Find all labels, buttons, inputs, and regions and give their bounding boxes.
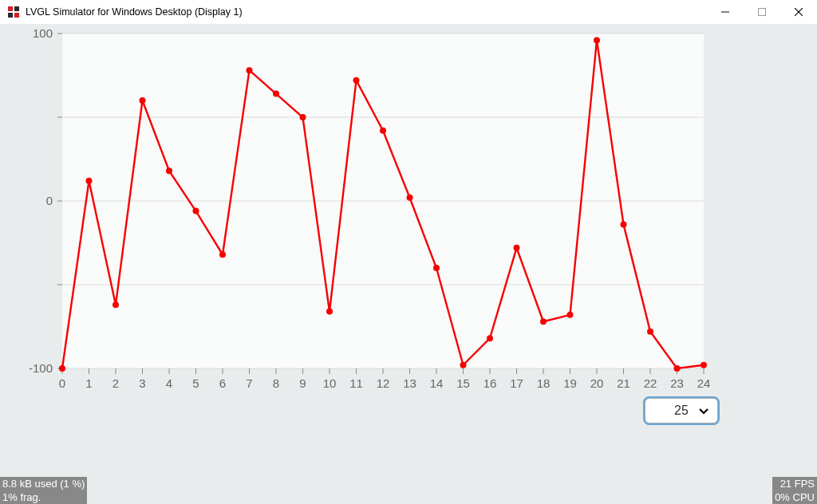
chart-point (273, 91, 279, 97)
svg-text:-100: -100 (29, 361, 53, 375)
svg-text:4: 4 (166, 376, 172, 390)
line-chart: 1000-100 0123456789101112131415161718192… (0, 24, 817, 504)
svg-text:8: 8 (273, 376, 279, 390)
chart-point (407, 195, 413, 201)
chart-point (219, 251, 226, 258)
app-icon (7, 6, 20, 18)
status-performance: 21 FPS 0% CPU (772, 477, 817, 504)
point-count-dropdown[interactable]: 25 (645, 398, 718, 423)
svg-text:17: 17 (510, 376, 523, 390)
svg-text:5: 5 (192, 376, 199, 390)
svg-rect-4 (14, 13, 19, 18)
svg-text:12: 12 (377, 376, 390, 390)
window-title: LVGL Simulator for Windows Desktop (Disp… (26, 6, 243, 18)
chart-point (140, 97, 146, 104)
chart-point (487, 335, 493, 341)
svg-text:21: 21 (617, 376, 630, 390)
svg-text:3: 3 (139, 376, 145, 390)
status-mem-line1: 8.8 kB used (1 %) (2, 477, 85, 490)
svg-text:16: 16 (483, 376, 497, 390)
svg-text:24: 24 (697, 376, 711, 390)
svg-text:11: 11 (349, 376, 363, 390)
chart-point (594, 37, 600, 43)
chevron-down-icon (698, 402, 709, 422)
chart-point (460, 362, 467, 368)
status-bar: 8.8 kB used (1 %) 1% frag. 21 FPS 0% CPU (0, 477, 817, 504)
chart-point (300, 114, 306, 120)
svg-text:10: 10 (323, 376, 337, 390)
close-button[interactable] (780, 0, 817, 24)
status-memory: 8.8 kB used (1 %) 1% frag. (0, 477, 87, 504)
svg-text:19: 19 (563, 376, 577, 390)
chart-point (247, 67, 253, 73)
svg-text:6: 6 (219, 376, 226, 390)
svg-rect-2 (14, 6, 19, 11)
chart-point (433, 265, 440, 271)
chart-point (380, 128, 386, 134)
chart-point (166, 167, 172, 174)
chart-point (326, 309, 333, 315)
maximize-button[interactable] (744, 0, 780, 24)
status-fps: 21 FPS (775, 477, 815, 490)
chart-point (353, 77, 360, 84)
svg-text:15: 15 (456, 376, 470, 390)
svg-rect-6 (759, 9, 766, 16)
status-cpu: 0% CPU (775, 490, 815, 504)
chart-point (59, 365, 65, 372)
svg-text:7: 7 (246, 376, 252, 390)
chart-point (674, 365, 681, 372)
status-mem-line2: 1% frag. (2, 490, 85, 504)
svg-text:100: 100 (33, 26, 53, 40)
svg-text:22: 22 (644, 376, 657, 390)
chart-point (112, 301, 119, 308)
chart-point (540, 318, 547, 325)
chart-point (621, 221, 627, 227)
svg-text:0: 0 (59, 376, 65, 390)
chart-point (567, 312, 574, 318)
chart-point (701, 362, 707, 368)
svg-text:14: 14 (430, 376, 444, 390)
svg-text:1: 1 (85, 376, 92, 390)
minimize-button[interactable] (707, 0, 744, 24)
svg-text:9: 9 (299, 376, 306, 390)
svg-text:13: 13 (403, 376, 416, 390)
svg-text:23: 23 (670, 376, 684, 390)
svg-text:0: 0 (46, 194, 53, 207)
client-area: 1000-100 0123456789101112131415161718192… (0, 24, 817, 504)
chart-point (193, 208, 199, 215)
chart-point (86, 178, 93, 184)
window-titlebar: LVGL Simulator for Windows Desktop (Disp… (0, 0, 817, 25)
svg-text:2: 2 (112, 376, 119, 390)
svg-text:18: 18 (537, 376, 551, 390)
chart-point (514, 245, 520, 251)
svg-text:20: 20 (590, 376, 604, 390)
svg-rect-1 (8, 6, 13, 11)
chart-point (647, 329, 653, 335)
svg-rect-3 (8, 13, 13, 18)
